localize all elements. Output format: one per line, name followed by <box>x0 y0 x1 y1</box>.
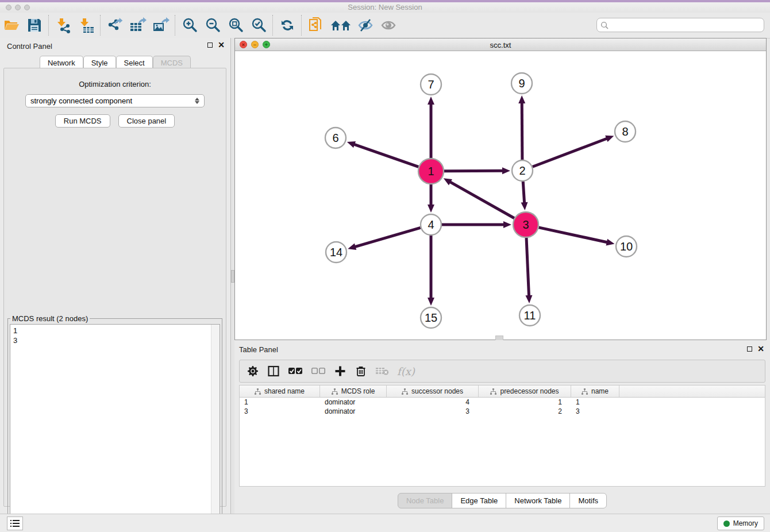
zoom-fit-button[interactable] <box>224 14 247 36</box>
app-titlebar: Session: New Session <box>0 0 770 13</box>
graph-node-label: 2 <box>519 164 525 177</box>
memory-status-icon <box>723 521 730 527</box>
window-title: Session: New Session <box>0 3 770 11</box>
graph-node-label: 9 <box>518 77 525 90</box>
table-row[interactable]: 3dominator323 <box>240 407 765 416</box>
table-panel: Table Panel ✕ <box>234 340 770 514</box>
network-graph: 7968124314101511 <box>235 51 766 340</box>
zoom-fit-icon <box>228 17 244 33</box>
refresh-icon <box>280 18 295 33</box>
table-close-panel-icon[interactable]: ✕ <box>757 345 764 352</box>
zoom-out-button[interactable] <box>201 14 224 36</box>
cell-predecessor-nodes[interactable]: 1 <box>479 398 571 406</box>
show-graphics-details-button[interactable] <box>377 14 400 36</box>
cell-MCDS-role[interactable]: dominator <box>320 398 387 406</box>
delete-column-button[interactable] <box>355 364 367 379</box>
export-table-icon <box>129 17 147 33</box>
cell-shared-name[interactable]: 1 <box>240 398 320 406</box>
graph-edge-arrowhead <box>428 97 434 105</box>
import-network-button[interactable] <box>52 14 75 36</box>
import-table-icon <box>78 17 94 33</box>
two-houses-icon <box>330 18 352 32</box>
column-type-icon <box>255 388 261 395</box>
column-header-label: MCDS role <box>341 387 375 395</box>
search-box[interactable] <box>596 18 764 32</box>
network-window-titlebar[interactable]: × − + scc.txt <box>235 38 766 51</box>
search-input[interactable] <box>611 20 764 30</box>
table-panel-title: Table Panel <box>239 345 278 354</box>
hide-graphics-details-button[interactable] <box>354 14 377 36</box>
cell-shared-name[interactable]: 3 <box>240 407 320 415</box>
cell-MCDS-role[interactable]: dominator <box>320 407 387 415</box>
close-panel-icon[interactable]: ✕ <box>218 41 225 48</box>
slashed-eye-icon <box>357 18 374 33</box>
graph-node-label: 4 <box>428 218 434 231</box>
cell-successor-nodes[interactable]: 4 <box>387 398 479 406</box>
graph-edge-1-2[interactable] <box>444 171 503 171</box>
deselect-all-button[interactable] <box>311 364 326 379</box>
save-session-button[interactable] <box>23 14 46 36</box>
close-panel-button[interactable]: Close panel <box>118 114 175 128</box>
import-table-button[interactable] <box>75 14 98 36</box>
zoom-selected-button[interactable] <box>247 14 270 36</box>
graph-edge-3-11[interactable] <box>526 238 529 296</box>
tab-edge-table[interactable]: Edge Table <box>452 493 506 508</box>
select-all-button[interactable] <box>288 364 303 379</box>
cell-name[interactable]: 3 <box>571 407 619 415</box>
memory-button[interactable]: Memory <box>717 516 764 530</box>
cell-name[interactable]: 1 <box>571 398 619 406</box>
export-table-button[interactable] <box>126 14 149 36</box>
tab-node-table[interactable]: Node Table <box>398 493 453 508</box>
graph-edge-2-3[interactable] <box>523 182 524 203</box>
control-panel-title: Control Panel <box>7 42 52 51</box>
gear-icon <box>247 365 259 377</box>
graph-edge-2-9[interactable] <box>522 102 522 160</box>
graph-edge-4-14[interactable] <box>355 228 421 246</box>
result-scrollbar[interactable] <box>211 325 220 530</box>
column-header-shared-name[interactable]: shared name <box>240 385 320 397</box>
open-session-button[interactable] <box>0 14 23 36</box>
split-view-icon <box>268 365 279 377</box>
export-image-button[interactable] <box>149 14 172 36</box>
table-row[interactable]: 1dominator411 <box>240 398 765 407</box>
column-header-name[interactable]: name <box>571 385 619 397</box>
split-view-button[interactable] <box>267 364 280 379</box>
table-float-panel-icon[interactable] <box>747 346 752 352</box>
column-header-successor-nodes[interactable]: successor nodes <box>387 385 479 397</box>
zoom-in-button[interactable] <box>178 14 201 36</box>
float-panel-icon[interactable] <box>207 43 213 48</box>
graph-node-label: 14 <box>330 246 342 259</box>
dropdown-arrows-icon <box>195 98 199 104</box>
graph-edge-1-6[interactable] <box>353 144 418 167</box>
cell-successor-nodes[interactable]: 3 <box>387 407 479 415</box>
delete-table-button[interactable] <box>375 364 389 379</box>
main-toolbar <box>0 13 770 38</box>
graph-edge-arrowhead <box>348 243 356 250</box>
panel-selector-button[interactable] <box>7 516 23 530</box>
graph-edge-3-1[interactable] <box>449 182 514 218</box>
run-mcds-button[interactable]: Run MCDS <box>55 114 110 128</box>
export-network-button[interactable] <box>103 14 126 36</box>
function-builder-button[interactable]: f(x) <box>397 364 415 379</box>
criterion-dropdown-value: strongly connected component <box>30 97 195 105</box>
refresh-button[interactable] <box>276 14 299 36</box>
tab-network-table[interactable]: Network Table <box>506 493 570 508</box>
add-column-button[interactable] <box>334 364 346 379</box>
graph-edge-arrowhead <box>605 136 614 142</box>
criterion-dropdown[interactable]: strongly connected component <box>25 94 205 107</box>
table-header-row: shared nameMCDS rolesuccessor nodesprede… <box>240 385 765 398</box>
column-header-MCDS-role[interactable]: MCDS role <box>320 385 387 397</box>
list-icon <box>10 519 20 527</box>
clone-network-button[interactable] <box>305 14 328 36</box>
two-houses-button[interactable] <box>328 14 354 36</box>
table-settings-button[interactable] <box>247 364 259 379</box>
graph-edge-2-8[interactable] <box>533 138 607 167</box>
mcds-result-area[interactable]: 13 <box>10 324 220 531</box>
column-header-predecessor-nodes[interactable]: predecessor nodes <box>479 385 571 397</box>
cell-predecessor-nodes[interactable]: 2 <box>479 407 571 415</box>
graph-edge-3-10[interactable] <box>538 228 607 242</box>
column-type-icon <box>582 388 588 395</box>
tab-motifs[interactable]: Motifs <box>569 493 607 508</box>
open-folder-icon <box>3 18 20 32</box>
network-canvas[interactable]: 7968124314101511 <box>235 51 766 340</box>
